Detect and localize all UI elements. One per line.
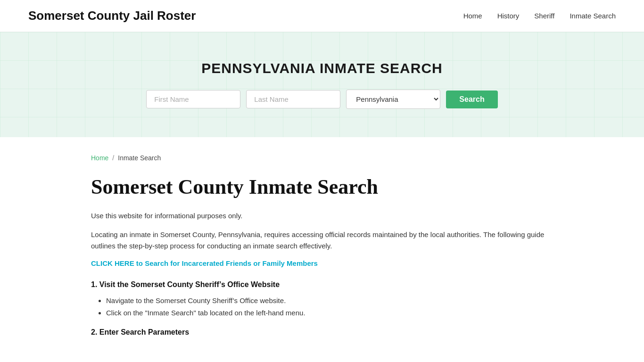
site-header: Somerset County Jail Roster Home History… [0, 0, 644, 32]
page-title: Somerset County Inmate Search [91, 175, 553, 199]
section-1-bullets: Navigate to the Somerset County Sheriff’… [91, 295, 553, 319]
state-select[interactable]: Pennsylvania Alabama Alaska Arizona Cali… [346, 90, 440, 109]
first-name-input[interactable] [146, 90, 240, 108]
breadcrumb-separator: / [112, 154, 114, 162]
main-nav: Home History Sheriff Inmate Search [463, 12, 616, 20]
search-button[interactable]: Search [446, 90, 497, 108]
nav-link-history[interactable]: History [497, 12, 520, 20]
list-item: Navigate to the Somerset County Sheriff’… [106, 295, 553, 307]
intro-paragraph-2: Locating an inmate in Somerset County, P… [91, 229, 553, 252]
last-name-input[interactable] [246, 90, 340, 108]
section-1-heading: 1. Visit the Somerset County Sheriff’s O… [91, 280, 553, 289]
nav-link-home[interactable]: Home [463, 12, 482, 20]
list-item: Click on the "Inmate Search" tab located… [106, 307, 553, 319]
hero-title: PENNSYLVANIA INMATE SEARCH [9, 60, 635, 76]
nav-item-sheriff[interactable]: Sheriff [534, 12, 554, 20]
cta-link[interactable]: CLICK HERE to Search for Incarcerated Fr… [91, 259, 318, 267]
intro-paragraph-1: Use this website for informational purpo… [91, 210, 553, 222]
site-logo[interactable]: Somerset County Jail Roster [28, 8, 196, 23]
nav-link-inmate-search[interactable]: Inmate Search [570, 12, 616, 20]
breadcrumb-current: Inmate Search [118, 154, 161, 162]
nav-link-sheriff[interactable]: Sheriff [534, 12, 554, 20]
nav-menu: Home History Sheriff Inmate Search [463, 12, 616, 20]
breadcrumb-home-link[interactable]: Home [91, 154, 108, 162]
main-content: Home / Inmate Search Somerset County Inm… [63, 137, 581, 362]
hero-banner: PENNSYLVANIA INMATE SEARCH Pennsylvania … [0, 32, 644, 137]
nav-item-home[interactable]: Home [463, 12, 482, 20]
breadcrumb: Home / Inmate Search [91, 154, 553, 162]
nav-item-inmate-search[interactable]: Inmate Search [570, 12, 616, 20]
nav-item-history[interactable]: History [497, 12, 520, 20]
section-2-heading: 2. Enter Search Parameters [91, 328, 553, 337]
search-form: Pennsylvania Alabama Alaska Arizona Cali… [9, 90, 635, 109]
